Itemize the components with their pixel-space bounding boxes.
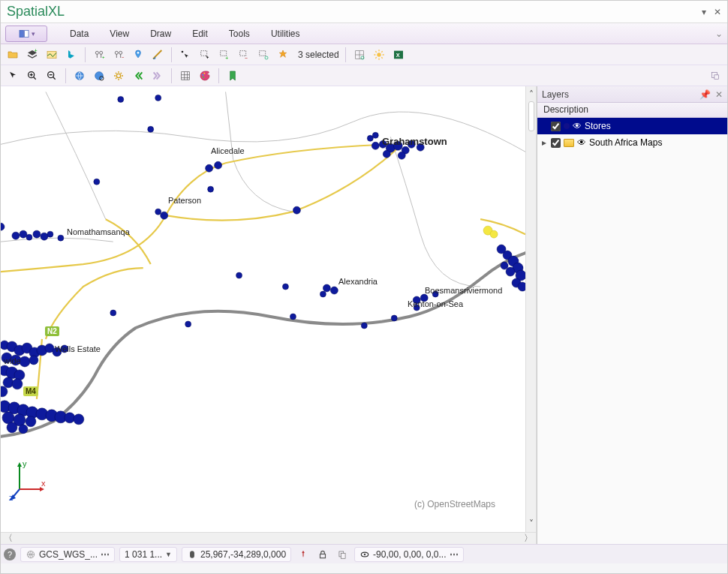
palette-icon[interactable] bbox=[197, 68, 212, 83]
svg-point-33 bbox=[203, 77, 204, 78]
history-back-icon[interactable] bbox=[131, 68, 146, 83]
menu-data[interactable]: Data bbox=[59, 26, 99, 42]
folder-icon bbox=[564, 139, 574, 147]
map-attribution: (c) OpenStreetMaps bbox=[414, 499, 495, 509]
excel-icon[interactable]: X bbox=[391, 47, 406, 62]
map-hscrollbar[interactable]: 〈 〉 bbox=[1, 532, 536, 544]
layer-name: South Africa Maps bbox=[589, 137, 662, 148]
pins-add-icon[interactable]: + bbox=[92, 47, 107, 62]
status-scale[interactable]: 1 031 1... ▼ bbox=[119, 547, 177, 562]
close-panel-icon[interactable]: ✕ bbox=[715, 89, 723, 100]
svg-text:X: X bbox=[396, 52, 399, 59]
menu-draw[interactable]: Draw bbox=[140, 26, 182, 42]
zoom-extent-icon[interactable] bbox=[72, 68, 87, 83]
svg-text:+: + bbox=[102, 55, 105, 59]
visibility-icon[interactable]: 👁 bbox=[577, 137, 586, 148]
svg-point-42 bbox=[383, 150, 390, 158]
svg-text:+: + bbox=[35, 49, 38, 53]
history-forward-icon[interactable] bbox=[150, 68, 165, 83]
layer-checkbox[interactable] bbox=[551, 122, 561, 131]
svg-rect-30 bbox=[182, 71, 190, 80]
layer-row-stores[interactable]: 👁 Stores bbox=[537, 118, 727, 134]
select-intersect-icon[interactable] bbox=[256, 47, 271, 62]
status-view[interactable]: -90,00, 0,00, 0,0... ⋯ bbox=[354, 547, 463, 562]
menu-tools[interactable]: Tools bbox=[218, 26, 260, 42]
grid-tool-icon[interactable] bbox=[352, 47, 367, 62]
scroll-right-icon[interactable]: 〉 bbox=[524, 532, 533, 545]
pointer-icon[interactable] bbox=[5, 68, 20, 83]
svg-point-115 bbox=[2, 412, 14, 424]
svg-point-122 bbox=[290, 314, 296, 320]
layer-checkbox[interactable] bbox=[551, 138, 561, 148]
menu-view[interactable]: View bbox=[99, 26, 140, 42]
lock-icon[interactable] bbox=[315, 547, 330, 562]
visibility-icon[interactable]: 👁 bbox=[573, 121, 582, 131]
help-icon[interactable]: ? bbox=[4, 548, 16, 560]
status-coordinates[interactable]: 25,967,-34,289,0,000 bbox=[182, 547, 291, 562]
menu-utilities[interactable]: Utilities bbox=[260, 26, 311, 42]
selection-count: 3 selected bbox=[298, 50, 339, 60]
map-vscrollbar[interactable]: ˄ ˅ bbox=[525, 86, 536, 532]
svg-point-65 bbox=[236, 272, 242, 278]
pins-remove-icon[interactable]: − bbox=[111, 47, 126, 62]
close-button[interactable]: ✕ bbox=[714, 7, 721, 17]
svg-point-98 bbox=[20, 356, 30, 367]
status-projection[interactable]: GCS_WGS_... ⋯ bbox=[20, 547, 115, 562]
home-toggle-button[interactable]: ▾ bbox=[5, 26, 47, 42]
scroll-thumb[interactable] bbox=[528, 101, 534, 131]
ruler-icon[interactable] bbox=[150, 47, 165, 62]
pushpin-icon[interactable] bbox=[296, 547, 311, 562]
svg-point-96 bbox=[2, 353, 12, 363]
menu-edit[interactable]: Edit bbox=[182, 26, 218, 42]
map-canvas[interactable]: Alicedale Grahamstown Paterson Nomathams… bbox=[1, 86, 525, 532]
app-title: SpatialXL bbox=[7, 4, 702, 20]
ribbon: ▾ Data View Draw Edit Tools Utilities ⌄ bbox=[1, 23, 727, 44]
bing-icon[interactable] bbox=[64, 47, 79, 62]
scroll-up-icon[interactable]: ˄ bbox=[529, 89, 534, 100]
grid-icon[interactable] bbox=[178, 68, 193, 83]
sun-icon[interactable] bbox=[372, 47, 387, 62]
dropdown-caret-icon[interactable]: ▼ bbox=[165, 551, 172, 558]
copy-icon[interactable] bbox=[335, 547, 350, 562]
open-folder-icon[interactable] bbox=[5, 47, 20, 62]
map-svg bbox=[1, 86, 525, 532]
select-clear-icon[interactable] bbox=[275, 47, 290, 62]
popout-map-icon[interactable] bbox=[708, 68, 723, 83]
marker-icon[interactable] bbox=[131, 47, 146, 62]
scroll-down-icon[interactable]: ˅ bbox=[529, 518, 534, 529]
layers-column-header: Description bbox=[537, 103, 727, 118]
svg-point-29 bbox=[116, 74, 120, 77]
select-point-icon[interactable] bbox=[178, 47, 193, 62]
scroll-left-icon[interactable]: 〈 bbox=[4, 532, 13, 545]
svg-point-135 bbox=[364, 553, 366, 554]
select-rect-icon[interactable] bbox=[197, 47, 212, 62]
svg-point-58 bbox=[26, 234, 32, 240]
zoom-layer-icon[interactable] bbox=[92, 68, 107, 83]
zoom-out-icon[interactable] bbox=[44, 68, 59, 83]
settings-gear-icon[interactable] bbox=[111, 68, 126, 83]
svg-point-8 bbox=[119, 51, 122, 54]
svg-point-68 bbox=[330, 287, 338, 294]
svg-point-117 bbox=[26, 416, 36, 427]
pin-icon[interactable]: 📌 bbox=[699, 89, 711, 100]
tree-expand-icon[interactable]: ▸ bbox=[540, 137, 548, 148]
status-projection-text: GCS_WGS_... bbox=[39, 549, 98, 560]
bookmark-icon[interactable] bbox=[225, 68, 240, 83]
svg-point-102 bbox=[14, 370, 25, 380]
ellipsis-button[interactable]: ⋯ bbox=[450, 549, 459, 560]
select-subtract-icon[interactable]: − bbox=[236, 47, 251, 62]
ribbon-collapse-button[interactable]: ⌄ bbox=[715, 29, 723, 39]
axis-z-label: z bbox=[9, 493, 14, 501]
svg-point-11 bbox=[182, 50, 184, 53]
svg-point-73 bbox=[432, 291, 438, 297]
app-icon bbox=[18, 28, 30, 40]
layer-row-south-africa-maps[interactable]: ▸ 👁 South Africa Maps bbox=[537, 134, 727, 151]
basemap-icon[interactable] bbox=[44, 47, 59, 62]
zoom-in-icon[interactable] bbox=[25, 68, 40, 83]
layers-add-icon[interactable]: + bbox=[25, 47, 40, 62]
svg-point-54 bbox=[94, 179, 100, 185]
select-add-icon[interactable]: + bbox=[217, 47, 232, 62]
minimize-button[interactable]: ▾ bbox=[702, 7, 706, 17]
status-view-text: -90,00, 0,00, 0,0... bbox=[373, 549, 446, 560]
ellipsis-button[interactable]: ⋯ bbox=[101, 549, 110, 560]
